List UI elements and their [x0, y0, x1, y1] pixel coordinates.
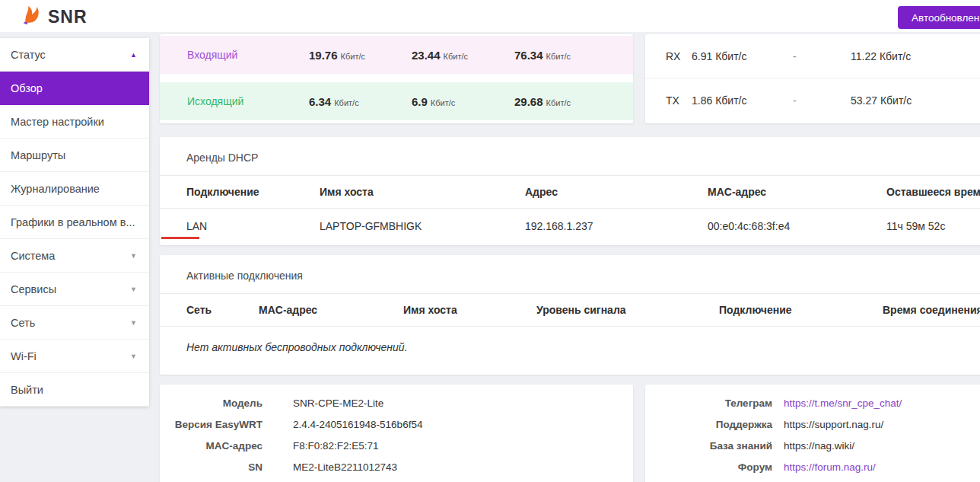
- sidebar-item-system[interactable]: Система ▼: [0, 239, 149, 273]
- rx-value-2: 11.22 Кбит/с: [851, 50, 911, 62]
- top-bar: SNR Автообновление в: [0, 0, 980, 32]
- sidebar-item-label: Статус: [11, 49, 46, 61]
- traffic-unit: Кбит/с: [444, 52, 468, 61]
- traffic-row-incoming: Входящий 19.76Кбит/с 23.44Кбит/с 76.34Кб…: [160, 36, 633, 74]
- auto-refresh-button[interactable]: Автообновление в: [898, 6, 980, 29]
- traffic-unit: Кбит/с: [546, 98, 571, 107]
- sidebar-item-network[interactable]: Сеть ▼: [0, 306, 149, 340]
- traffic-value: 6.34Кбит/с: [309, 95, 412, 108]
- sidebar-item-label: Мастер настройки: [11, 116, 104, 128]
- support-link-row: Поддержка https://support.nag.ru/: [645, 413, 980, 435]
- forum-label: Форум: [645, 461, 772, 473]
- support-links-card: Телеграм https://t.me/snr_cpe_chat/ Подд…: [645, 385, 980, 482]
- dhcp-card-title: Аренды DHCP: [160, 137, 980, 175]
- telegram-link[interactable]: https://t.me/snr_cpe_chat/: [784, 397, 902, 409]
- tx-row: TX 1.86 Кбит/с - 53.27 Кбит/с: [645, 78, 980, 122]
- device-info-row: MAC-адрес F8:F0:82:F2:E5:71: [160, 435, 633, 456]
- traffic-incoming-label: Входящий: [160, 49, 309, 61]
- sidebar-item-wifi[interactable]: Wi-Fi ▼: [0, 340, 149, 373]
- column-header: Подключение: [719, 304, 883, 316]
- sidebar-item-setup-wizard[interactable]: Мастер настройки: [0, 105, 149, 139]
- column-header: MAC-адрес: [708, 186, 886, 198]
- column-header: Имя хоста: [320, 186, 525, 198]
- sidebar-item-routes[interactable]: Маршруты: [0, 139, 149, 172]
- dhcp-time-left-cell: 11ч 59м 52с: [886, 220, 980, 232]
- tx-value-1: 1.86 Кбит/с: [692, 94, 793, 107]
- chevron-down-icon: ▼: [130, 252, 137, 260]
- traffic-number: 6.9: [412, 95, 428, 108]
- sidebar-item-overview[interactable]: Обзор: [0, 72, 149, 105]
- chevron-down-icon: ▼: [130, 319, 137, 327]
- rx-label: RX: [666, 50, 692, 62]
- tx-label: TX: [666, 94, 692, 107]
- sidebar-item-logout[interactable]: Выйти: [0, 373, 149, 407]
- device-info-row: Модель SNR-CPE-ME2-Lite: [160, 392, 633, 413]
- tx-dash: -: [793, 94, 851, 107]
- traffic-unit: Кбит/с: [334, 98, 358, 107]
- sidebar-nav: Статус ▲ Обзор Мастер настройки Маршруты…: [0, 38, 149, 407]
- telegram-label: Телеграм: [645, 397, 772, 409]
- logo-text: SNR: [48, 7, 88, 27]
- device-info-row: SN ME2-LiteB2211012743: [160, 456, 633, 477]
- sidebar-item-label: Маршруты: [11, 149, 65, 161]
- rx-row: RX 6.91 Кбит/с - 11.22 Кбит/с: [645, 34, 980, 78]
- traffic-value: 19.76Кбит/с: [309, 49, 412, 62]
- forum-link[interactable]: https://forum.nag.ru/: [784, 461, 876, 473]
- column-header: Адрес: [525, 186, 708, 198]
- column-header: Оставшееся время: [886, 186, 980, 198]
- active-connections-card: Активные подключения Сеть MAC-адрес Имя …: [160, 255, 980, 375]
- sidebar-item-realtime-graphs[interactable]: Графики в реальном в...: [0, 206, 149, 239]
- snr-logo: SNR: [20, 4, 88, 30]
- rx-dash: -: [793, 50, 851, 62]
- traffic-outgoing-label: Исходящий: [160, 95, 309, 107]
- lan-red-underline: [161, 237, 199, 239]
- serial-number-label: SN: [160, 461, 262, 473]
- sidebar-item-label: Система: [11, 250, 55, 262]
- sidebar-item-status[interactable]: Статус ▲: [0, 38, 149, 72]
- traffic-summary-card: Входящий 19.76Кбит/с 23.44Кбит/с 76.34Кб…: [160, 34, 633, 123]
- dhcp-address-cell: 192.168.1.237: [525, 220, 708, 232]
- dhcp-table-row: LAN LAPTOP-GFMBHIGK 192.168.1.237 00:e0:…: [160, 209, 980, 243]
- traffic-unit: Кбит/с: [546, 52, 571, 61]
- dhcp-connection-cell[interactable]: LAN: [186, 220, 320, 232]
- column-header: Подключение: [186, 186, 320, 198]
- firmware-version-label: Версия EasyWRT: [160, 419, 262, 430]
- sidebar-item-services[interactable]: Сервисы ▼: [0, 273, 149, 306]
- dhcp-hostname-cell: LAPTOP-GFMBHIGK: [320, 220, 525, 232]
- traffic-value: 23.44Кбит/с: [412, 49, 514, 62]
- column-header: Время соединения: [883, 304, 980, 316]
- sidebar-item-label: Выйти: [11, 384, 43, 396]
- no-connections-message: Нет активных беспроводных подключений.: [160, 327, 980, 368]
- traffic-unit: Кбит/с: [341, 52, 365, 61]
- sidebar-item-label: Сеть: [11, 317, 35, 329]
- sidebar-item-label: Wi-Fi: [11, 350, 37, 362]
- traffic-value: 6.9Кбит/с: [412, 95, 514, 108]
- device-mac-label: MAC-адрес: [160, 440, 262, 452]
- traffic-number: 76.34: [514, 49, 543, 62]
- traffic-value: 29.68Кбит/с: [514, 95, 617, 108]
- traffic-number: 19.76: [309, 49, 338, 62]
- device-model-label: Модель: [160, 397, 262, 409]
- rx-value-1: 6.91 Кбит/с: [692, 50, 793, 62]
- connections-table-header: Сеть MAC-адрес Имя хоста Уровень сигнала…: [160, 293, 980, 327]
- sidebar-item-label: Графики в реальном в...: [11, 216, 135, 228]
- device-model-value: SNR-CPE-ME2-Lite: [293, 397, 383, 409]
- device-mac-value: F8:F0:82:F2:E5:71: [293, 440, 379, 452]
- sidebar-item-label: Обзор: [11, 82, 43, 94]
- dhcp-mac-cell: 00:e0:4c:68:3f:e4: [708, 220, 886, 232]
- firmware-version-value: 2.4.4-2405161948-516b6f54: [293, 419, 422, 430]
- sidebar-item-logging[interactable]: Журналирование: [0, 172, 149, 206]
- support-link[interactable]: https://support.nag.ru/: [784, 419, 883, 430]
- traffic-value: 76.34Кбит/с: [514, 49, 617, 62]
- dhcp-leases-card: Аренды DHCP Подключение Имя хоста Адрес …: [160, 137, 980, 245]
- sidebar-item-label: Журналирование: [11, 183, 100, 195]
- traffic-number: 23.44: [412, 49, 441, 62]
- sidebar-item-label: Сервисы: [11, 283, 56, 295]
- traffic-number: 6.34: [309, 95, 331, 108]
- support-link-row: Форум https://forum.nag.ru/: [645, 456, 980, 477]
- traffic-unit: Кбит/с: [431, 98, 455, 107]
- column-header: Сеть: [186, 304, 259, 316]
- serial-number-value: ME2-LiteB2211012743: [293, 461, 397, 473]
- traffic-row-outgoing: Исходящий 6.34Кбит/с 6.9Кбит/с 29.68Кбит…: [160, 82, 633, 120]
- knowledge-base-link[interactable]: https://nag.wiki/: [784, 440, 854, 452]
